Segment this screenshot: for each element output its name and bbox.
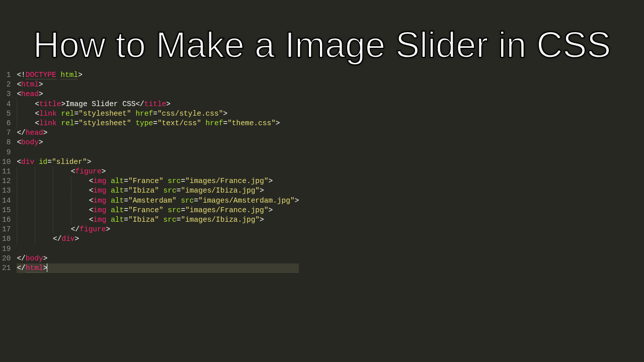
code-line[interactable]: </div> [17,234,299,244]
line-number: 20 [2,254,13,263]
token: img [93,187,106,195]
token: < [17,138,21,146]
token: body [21,138,39,146]
token: < [17,158,21,166]
code-line[interactable]: </figure> [17,225,299,234]
code-line[interactable]: <div id="slider"> [17,157,299,167]
token: > [268,206,273,214]
token: "slider" [52,158,87,166]
line-number: 9 [2,148,13,157]
token [201,119,206,127]
token [34,158,39,166]
code-line[interactable]: <img alt="France" src="images/France.jpg… [17,206,299,215]
line-number: 5 [2,109,13,119]
token: < [17,80,21,88]
line-number: 17 [2,225,13,234]
token: = [194,197,199,205]
token: > [260,216,264,224]
code-line[interactable]: </body> [17,254,299,263]
token: "Ibiza" [128,216,159,224]
token: "text/css" [157,119,201,127]
code-line[interactable] [17,244,299,254]
code-content[interactable]: <!DOCTYPE html><html><head> <title>Image… [17,70,299,273]
token [164,206,168,214]
token: </ [17,254,25,262]
token [106,187,111,195]
token: alt [111,177,124,185]
token: = [181,206,185,214]
token: "images/Ibiza.jpg" [181,216,260,224]
token: rel [61,110,74,118]
token: > [43,129,48,137]
code-line[interactable]: <img alt="France" src="images/France.jpg… [17,176,299,186]
code-line[interactable]: <link rel="stylesheet" type="text/css" h… [17,119,299,128]
token: > [61,100,65,108]
token: "France" [128,177,164,185]
token [159,187,164,195]
token [106,216,111,224]
token: = [74,110,79,118]
token [106,197,111,205]
token: type [135,119,153,127]
line-number: 18 [2,234,13,244]
code-line[interactable]: <link rel="stylesheet" href="css/style.c… [17,109,299,119]
token: = [124,197,128,205]
token: img [93,216,106,224]
title-overlay: How to Make a Image Slider in CSS [0,25,644,65]
line-number: 2 [2,80,13,89]
token: body [26,254,43,262]
token: < [71,167,75,175]
token: > [39,80,43,88]
token: </ [17,264,25,272]
token: "France" [128,206,164,214]
code-line[interactable]: <img alt="Ibiza" src="images/Ibiza.jpg"> [17,215,299,225]
line-number: 11 [2,167,13,176]
code-line[interactable]: </head> [17,128,299,138]
line-number: 12 [2,176,13,186]
token [106,206,111,214]
line-number: 21 [2,263,13,273]
token: = [74,119,79,127]
token: alt [111,187,124,195]
code-line[interactable]: <html> [17,80,299,89]
token: > [166,100,171,108]
code-line[interactable]: <!DOCTYPE html> [17,70,299,80]
line-number: 3 [2,89,13,99]
token: "images/France.jpg" [185,177,268,185]
token: head [26,129,43,137]
token: > [276,119,280,127]
token: "Amsterdam" [128,197,177,205]
token: alt [111,197,124,205]
token: title [144,100,167,108]
code-line[interactable]: <img alt="Ibiza" src="images/Ibiza.jpg"> [17,186,299,196]
token: < [35,100,39,108]
token: > [39,90,43,98]
code-line[interactable]: </html> [17,263,299,273]
token: = [124,177,128,185]
token: link [39,110,57,118]
token: = [47,158,52,166]
token: Image Slider CSS [65,100,135,108]
token: > [43,254,48,262]
code-line[interactable]: <head> [17,89,299,99]
code-line[interactable]: <title>Image Slider CSS</title> [17,100,299,109]
token: > [260,187,264,195]
token: = [124,187,128,195]
token: > [223,110,227,118]
code-line[interactable]: <img alt="Amsterdam" src="images/Amsterd… [17,196,299,206]
token: href [135,110,153,118]
line-number: 14 [2,196,13,206]
line-number: 10 [2,157,13,167]
token: src [168,177,181,185]
code-editor-viewport[interactable]: 123456789101112131415161718192021 <!DOCT… [0,70,644,273]
text-cursor [47,263,47,272]
token: "Ibiza" [128,187,159,195]
token: img [93,206,106,214]
token: > [87,158,92,166]
code-line[interactable]: <body> [17,138,299,147]
line-number: 16 [2,215,13,225]
code-line[interactable] [17,148,299,157]
token: figure [79,225,106,233]
code-line[interactable]: <figure> [17,167,299,176]
token: "theme.css" [227,119,276,127]
